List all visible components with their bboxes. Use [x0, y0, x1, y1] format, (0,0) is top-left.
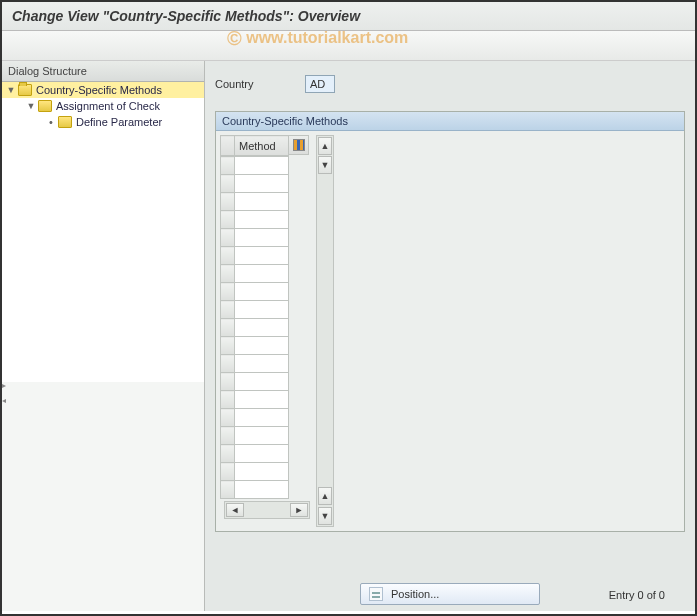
country-input[interactable] — [305, 75, 335, 93]
row-selector[interactable] — [221, 481, 235, 499]
method-column-header[interactable]: Method — [235, 136, 289, 156]
row-selector[interactable] — [221, 229, 235, 247]
folder-open-icon — [18, 84, 32, 96]
hscroll-track[interactable] — [245, 502, 289, 518]
method-cell[interactable] — [235, 337, 289, 355]
row-selector[interactable] — [221, 319, 235, 337]
country-label: Country — [215, 78, 305, 90]
dialog-structure-tree: ▼ Country-Specific Methods ▼ Assignment … — [2, 82, 204, 382]
method-cell[interactable] — [235, 211, 289, 229]
splitter-handle[interactable]: ▸ ◂ — [2, 381, 8, 407]
method-cell[interactable] — [235, 445, 289, 463]
table-row[interactable] — [221, 481, 289, 499]
scroll-up-button[interactable]: ▲ — [318, 137, 332, 155]
row-selector[interactable] — [221, 355, 235, 373]
method-cell[interactable] — [235, 427, 289, 445]
table-row[interactable] — [221, 265, 289, 283]
horizontal-scrollbar[interactable]: ◄ ► — [224, 501, 310, 519]
dialog-structure-header: Dialog Structure — [2, 61, 204, 82]
methods-grid-body[interactable] — [220, 156, 289, 499]
tree-bullet-icon: • — [46, 116, 56, 128]
methods-panel: Country-Specific Methods Method — [215, 111, 685, 532]
scroll-down-step-button[interactable]: ▼ — [318, 156, 332, 174]
table-settings-button[interactable] — [289, 135, 309, 155]
tree-item-label: Country-Specific Methods — [36, 84, 162, 96]
method-cell[interactable] — [235, 463, 289, 481]
methods-panel-header: Country-Specific Methods — [216, 112, 684, 131]
table-row[interactable] — [221, 301, 289, 319]
tree-expander-icon[interactable]: ▼ — [6, 85, 16, 95]
method-cell[interactable] — [235, 175, 289, 193]
table-row[interactable] — [221, 463, 289, 481]
tree-item-assignment-of-check[interactable]: ▼ Assignment of Check — [2, 98, 204, 114]
row-selector[interactable] — [221, 193, 235, 211]
row-selector[interactable] — [221, 409, 235, 427]
select-all-header[interactable] — [221, 136, 235, 156]
method-cell[interactable] — [235, 391, 289, 409]
table-row[interactable] — [221, 247, 289, 265]
method-cell[interactable] — [235, 247, 289, 265]
tree-item-label: Assignment of Check — [56, 100, 160, 112]
row-selector[interactable] — [221, 337, 235, 355]
table-row[interactable] — [221, 337, 289, 355]
content-area: Country Country-Specific Methods Method — [205, 61, 695, 611]
row-selector[interactable] — [221, 265, 235, 283]
table-row[interactable] — [221, 157, 289, 175]
row-selector[interactable] — [221, 463, 235, 481]
table-row[interactable] — [221, 211, 289, 229]
scroll-up-step-button[interactable]: ▲ — [318, 487, 332, 505]
table-settings-icon — [293, 139, 305, 151]
scroll-left-button[interactable]: ◄ — [226, 503, 244, 517]
page-title: Change View "Country-Specific Methods": … — [2, 2, 695, 31]
table-row[interactable] — [221, 193, 289, 211]
folder-icon — [58, 116, 72, 128]
table-row[interactable] — [221, 229, 289, 247]
table-row[interactable] — [221, 175, 289, 193]
method-cell[interactable] — [235, 229, 289, 247]
table-row[interactable] — [221, 409, 289, 427]
position-button[interactable]: Position... — [360, 583, 540, 605]
position-icon — [369, 587, 383, 601]
methods-grid-container: Method ◄ ► — [216, 131, 684, 531]
row-selector[interactable] — [221, 283, 235, 301]
row-selector[interactable] — [221, 211, 235, 229]
method-cell[interactable] — [235, 301, 289, 319]
table-row[interactable] — [221, 319, 289, 337]
method-cell[interactable] — [235, 409, 289, 427]
table-row[interactable] — [221, 391, 289, 409]
dialog-structure-panel: Dialog Structure ▼ Country-Specific Meth… — [2, 61, 205, 611]
method-cell[interactable] — [235, 265, 289, 283]
method-cell[interactable] — [235, 193, 289, 211]
scroll-right-button[interactable]: ► — [290, 503, 308, 517]
vertical-scrollbar[interactable]: ▲ ▼ ▲ ▼ — [316, 135, 334, 527]
method-cell[interactable] — [235, 373, 289, 391]
method-cell[interactable] — [235, 481, 289, 499]
method-cell[interactable] — [235, 319, 289, 337]
entry-counter: Entry 0 of 0 — [609, 589, 665, 601]
row-selector[interactable] — [221, 445, 235, 463]
toolbar — [2, 31, 695, 61]
row-selector[interactable] — [221, 175, 235, 193]
table-row[interactable] — [221, 283, 289, 301]
scroll-down-button[interactable]: ▼ — [318, 507, 332, 525]
tree-expander-icon[interactable]: ▼ — [26, 101, 36, 111]
row-selector[interactable] — [221, 157, 235, 175]
methods-grid[interactable]: Method — [220, 135, 289, 156]
row-selector[interactable] — [221, 373, 235, 391]
table-row[interactable] — [221, 373, 289, 391]
row-selector[interactable] — [221, 301, 235, 319]
tree-item-define-parameter[interactable]: • Define Parameter — [2, 114, 204, 130]
table-row[interactable] — [221, 355, 289, 373]
table-row[interactable] — [221, 427, 289, 445]
table-row[interactable] — [221, 445, 289, 463]
country-field-row: Country — [215, 75, 685, 93]
tree-item-country-specific-methods[interactable]: ▼ Country-Specific Methods — [2, 82, 204, 98]
method-cell[interactable] — [235, 355, 289, 373]
row-selector[interactable] — [221, 247, 235, 265]
row-selector[interactable] — [221, 391, 235, 409]
tree-item-label: Define Parameter — [76, 116, 162, 128]
method-cell[interactable] — [235, 157, 289, 175]
method-cell[interactable] — [235, 283, 289, 301]
position-button-label: Position... — [391, 588, 439, 600]
row-selector[interactable] — [221, 427, 235, 445]
